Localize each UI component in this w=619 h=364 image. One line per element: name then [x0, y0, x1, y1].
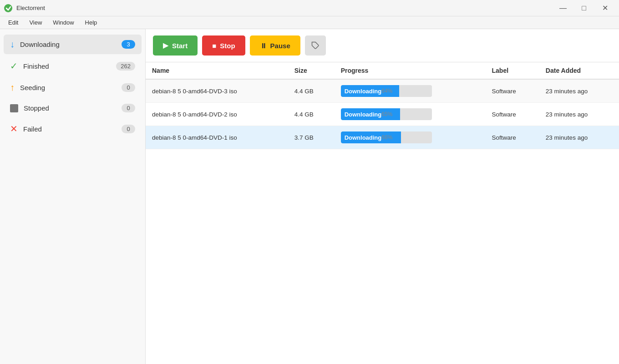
- download-icon: ↓: [10, 39, 15, 50]
- maximize-button[interactable]: □: [573, 0, 594, 16]
- start-label: Start: [172, 42, 188, 50]
- row-2-date-added: 23 minutes ago: [539, 126, 619, 149]
- pause-button[interactable]: ⏸ Pause: [250, 35, 300, 56]
- sidebar-badge-failed: 0: [122, 125, 135, 133]
- sidebar-badge-downloading: 3: [122, 40, 135, 49]
- row-1-label: Software: [486, 103, 539, 126]
- sidebar: ↓ Downloading 3 ✓ Finished 262 ↑ Seeding…: [0, 29, 146, 364]
- sidebar-item-seeding[interactable]: ↑ Seeding 0: [4, 78, 142, 97]
- toolbar: ▶ Start ■ Stop ⏸ Pause: [146, 29, 619, 62]
- sidebar-badge-seeding: 0: [122, 83, 135, 92]
- menu-window[interactable]: Window: [48, 18, 78, 27]
- row-1-size: 4.4 GB: [288, 103, 335, 126]
- app-title: Electorrent: [16, 5, 45, 11]
- row-0-name: debian-8 5 0-amd64-DVD-3 iso: [146, 79, 288, 103]
- row-0-progress: Downloading64%: [335, 79, 486, 103]
- row-0-label: Software: [486, 79, 539, 103]
- svg-point-0: [4, 4, 12, 12]
- seeding-icon: ↑: [10, 82, 15, 93]
- app-icon: [4, 4, 13, 13]
- table-row[interactable]: debian-8 5 0-amd64-DVD-2 iso4.4 GBDownlo…: [146, 103, 619, 126]
- sidebar-item-downloading[interactable]: ↓ Downloading 3: [4, 35, 142, 54]
- col-progress[interactable]: Progress: [335, 62, 486, 79]
- sidebar-label-finished: Finished: [23, 62, 111, 70]
- row-1-date-added: 23 minutes ago: [539, 103, 619, 126]
- content-area: ▶ Start ■ Stop ⏸ Pause: [146, 29, 619, 364]
- sidebar-label-failed: Failed: [23, 125, 116, 133]
- stop-label: Stop: [220, 42, 235, 50]
- stop-button[interactable]: ■ Stop: [202, 35, 245, 56]
- tag-button[interactable]: [305, 35, 326, 56]
- sidebar-item-stopped[interactable]: Stopped 0: [4, 99, 142, 117]
- start-icon: ▶: [163, 41, 168, 50]
- title-controls: — □ ✕: [553, 0, 615, 16]
- sidebar-badge-finished: 262: [116, 62, 135, 71]
- row-1-progress: Downloading65%: [335, 103, 486, 126]
- sidebar-item-failed[interactable]: ✕ Failed 0: [4, 119, 142, 139]
- stop-icon: ■: [212, 42, 216, 50]
- col-date-added[interactable]: Date Added: [539, 62, 619, 79]
- torrent-table: Name Size Progress Label Date Added debi…: [146, 62, 619, 364]
- sidebar-badge-stopped: 0: [122, 104, 135, 112]
- row-2-label: Software: [486, 126, 539, 149]
- table-header-row: Name Size Progress Label Date Added: [146, 62, 619, 79]
- menu-bar: Edit View Window Help: [0, 16, 619, 29]
- menu-help[interactable]: Help: [81, 18, 102, 27]
- sidebar-label-stopped: Stopped: [24, 104, 116, 112]
- row-2-size: 3.7 GB: [288, 126, 335, 149]
- row-2-name: debian-8 5 0-amd64-DVD-1 iso: [146, 126, 288, 149]
- stopped-icon: [10, 104, 18, 112]
- row-1-name: debian-8 5 0-amd64-DVD-2 iso: [146, 103, 288, 126]
- table-row[interactable]: debian-8 5 0-amd64-DVD-1 iso3.7 GBDownlo…: [146, 126, 619, 149]
- finished-icon: ✓: [10, 61, 18, 71]
- col-label[interactable]: Label: [486, 62, 539, 79]
- table-row[interactable]: debian-8 5 0-amd64-DVD-3 iso4.4 GBDownlo…: [146, 79, 619, 103]
- row-0-size: 4.4 GB: [288, 79, 335, 103]
- menu-edit[interactable]: Edit: [4, 18, 23, 27]
- col-size[interactable]: Size: [288, 62, 335, 79]
- pause-label: Pause: [270, 42, 290, 50]
- title-bar-left: Electorrent: [4, 4, 45, 13]
- sidebar-item-finished[interactable]: ✓ Finished 262: [4, 56, 142, 76]
- failed-icon: ✕: [10, 123, 18, 134]
- row-0-date-added: 23 minutes ago: [539, 79, 619, 103]
- menu-view[interactable]: View: [25, 18, 46, 27]
- title-bar: Electorrent — □ ✕: [0, 0, 619, 16]
- start-button[interactable]: ▶ Start: [153, 35, 198, 56]
- row-2-progress: Downloading66%: [335, 126, 486, 149]
- sidebar-label-downloading: Downloading: [20, 40, 116, 48]
- sidebar-label-seeding: Seeding: [20, 84, 116, 91]
- pause-icon: ⏸: [260, 42, 267, 50]
- main-layout: ↓ Downloading 3 ✓ Finished 262 ↑ Seeding…: [0, 29, 619, 364]
- close-button[interactable]: ✕: [594, 0, 615, 16]
- col-name[interactable]: Name: [146, 62, 288, 79]
- minimize-button[interactable]: —: [553, 0, 573, 16]
